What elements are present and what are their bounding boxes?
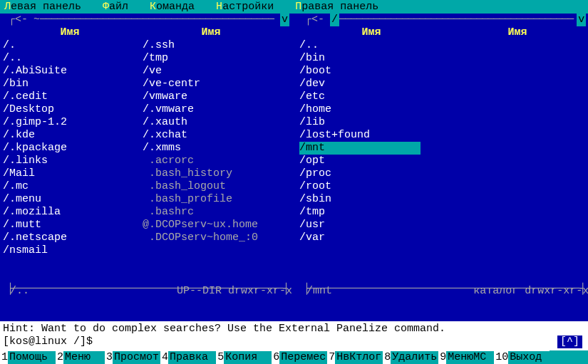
left-panel-head: ┌<- ~ ──────────────────────────────────…	[0, 14, 296, 26]
fkey-4[interactable]: 4Правка	[160, 351, 216, 364]
file-row[interactable]: /.xchat	[143, 129, 282, 142]
file-row[interactable]: /tmp	[299, 206, 446, 219]
right-panel: ┌<- / ──────────────────────────────────…	[296, 14, 588, 321]
file-row[interactable]: /etc	[299, 90, 446, 103]
column-header: Имя	[446, 26, 588, 39]
left-file-listing: /./../.AbiSuite/bin/.cedit/Desktop/.gimp…	[0, 39, 296, 283]
right-col-heads: ИмяИмя	[296, 26, 588, 39]
file-row[interactable]: /.mutt	[3, 219, 140, 232]
fkey-10[interactable]: 10Выход	[494, 351, 550, 364]
file-row[interactable]: /opt	[299, 155, 446, 167]
file-row[interactable]: /vmware	[143, 90, 282, 103]
fkey-1[interactable]: 1Помощь	[0, 351, 56, 364]
menu-item-3[interactable]: Настройки	[216, 1, 274, 14]
file-row[interactable]: /.	[3, 39, 140, 52]
file-row[interactable]: /mnt	[299, 142, 446, 155]
column-header: Имя	[140, 26, 282, 39]
caret-indicator: [^]	[557, 336, 582, 348]
file-row[interactable]: /dev	[299, 78, 446, 90]
right-status-attrs: каталог drwxr-xr-x	[473, 285, 588, 299]
file-row[interactable]: .bash_history	[143, 167, 282, 180]
file-row[interactable]: /..	[3, 52, 140, 65]
file-row[interactable]: .bashrc	[143, 206, 282, 219]
left-status-name: /..	[10, 285, 29, 299]
terminal-area: Hint: Want to do complex searches? Use t…	[0, 321, 588, 350]
file-row[interactable]: /lost+found	[299, 129, 446, 142]
fkey-3[interactable]: 3Просмот	[105, 351, 160, 364]
shell-prompt[interactable]: [kos@linux /]$	[3, 336, 93, 348]
file-row[interactable]: /.kde	[3, 129, 140, 142]
scroll-down-icon[interactable]: v	[577, 14, 586, 26]
hint-line: Hint: Want to do complex searches? Use t…	[3, 323, 585, 336]
file-row[interactable]: /sbin	[299, 193, 446, 206]
menubar: Левая панельФайлКомандаНастройкиПравая п…	[0, 0, 588, 14]
file-row[interactable]: /.netscape	[3, 232, 140, 244]
file-row[interactable]: .acrorc	[143, 155, 282, 167]
file-row[interactable]: /nsmail	[3, 244, 140, 257]
file-row[interactable]: /..	[299, 39, 446, 52]
menu-item-1[interactable]: Файл	[103, 1, 128, 14]
file-row[interactable]: /.vmware	[143, 103, 282, 116]
file-row[interactable]: /boot	[299, 65, 446, 78]
file-row[interactable]: /root	[299, 180, 446, 193]
file-row[interactable]: /.links	[3, 155, 140, 167]
file-row[interactable]: /lib	[299, 116, 446, 129]
file-row[interactable]: /var	[299, 232, 446, 244]
file-row[interactable]: .bash_profile	[143, 193, 282, 206]
file-row[interactable]: /.cedit	[3, 90, 140, 103]
file-row[interactable]: /ve-centr	[143, 78, 282, 90]
file-row[interactable]: /.menu	[3, 193, 140, 206]
left-panel: ┌<- ~ ──────────────────────────────────…	[0, 14, 296, 321]
left-status-attrs: UP--DIR drwxr-xr-x	[177, 285, 292, 299]
column-header: Имя	[296, 26, 446, 39]
file-row[interactable]: /bin	[3, 78, 140, 90]
file-row[interactable]: /.mozilla	[3, 206, 140, 219]
right-panel-head: ┌<- / ──────────────────────────────────…	[296, 14, 588, 26]
file-column: /./../.AbiSuite/bin/.cedit/Desktop/.gimp…	[0, 39, 140, 283]
menu-item-0[interactable]: Левая панель	[4, 1, 81, 14]
file-row[interactable]: /Desktop	[3, 103, 140, 116]
panels: ┌<- ~ ──────────────────────────────────…	[0, 14, 588, 321]
file-row[interactable]: /.ssh	[143, 39, 282, 52]
file-row[interactable]: /tmp	[143, 52, 282, 65]
scroll-down-icon[interactable]: v	[280, 14, 289, 26]
file-row[interactable]: /home	[299, 103, 446, 116]
right-panel-path: /	[330, 14, 339, 26]
left-panel-path: ~	[33, 14, 40, 26]
right-file-listing: /../bin/boot/dev/etc/home/lib/lost+found…	[296, 39, 588, 283]
menu-item-2[interactable]: Команда	[150, 1, 195, 14]
panel-corner: ┌<-	[9, 14, 28, 26]
file-row[interactable]: /usr	[299, 219, 446, 232]
file-row[interactable]: /.gimp-1.2	[3, 116, 140, 129]
file-row[interactable]: /proc	[299, 167, 446, 180]
file-row[interactable]: /ve	[143, 65, 282, 78]
fkey-8[interactable]: 8Удалить	[383, 351, 438, 364]
file-column: /../bin/boot/dev/etc/home/lib/lost+found…	[296, 39, 446, 283]
file-row[interactable]: /Mail	[3, 167, 140, 180]
fkey-5[interactable]: 5Копия	[216, 351, 272, 364]
fkey-2[interactable]: 2Меню	[56, 351, 105, 364]
right-status-name: /mnt	[306, 285, 332, 299]
file-column	[446, 39, 588, 283]
file-row[interactable]: /.xmms	[143, 142, 282, 155]
file-row[interactable]: /.AbiSuite	[3, 65, 140, 78]
fkey-7[interactable]: 7НвКтлог	[327, 351, 383, 364]
file-row[interactable]: .bash_logout	[143, 180, 282, 193]
fkey-6[interactable]: 6Перемес	[272, 351, 327, 364]
panel-corner: ┌<-	[305, 14, 324, 26]
panel-border: ────────────────────────────────────────…	[339, 14, 579, 26]
file-column: /.ssh/tmp/ve/ve-centr/vmware/.vmware/.xa…	[140, 39, 282, 283]
file-row[interactable]: /bin	[299, 52, 446, 65]
file-row[interactable]: /.xauth	[143, 116, 282, 129]
file-row[interactable]: @.DCOPserv~ux.home	[143, 219, 282, 232]
fkey-9[interactable]: 9МенюМС	[438, 351, 494, 364]
file-row[interactable]: /.mc	[3, 180, 140, 193]
function-key-bar: 1Помощь 2Меню 3Просмот4Правка 5Копия 6Пе…	[0, 350, 588, 364]
left-col-heads: ИмяИмя	[0, 26, 296, 39]
file-row[interactable]: .DCOPserv~home_:0	[143, 232, 282, 244]
column-header: Имя	[0, 26, 140, 39]
menu-item-4[interactable]: Правая панель	[295, 1, 378, 14]
panel-border: ────────────────────────────────────────…	[40, 14, 282, 26]
file-row[interactable]: /.kpackage	[3, 142, 140, 155]
